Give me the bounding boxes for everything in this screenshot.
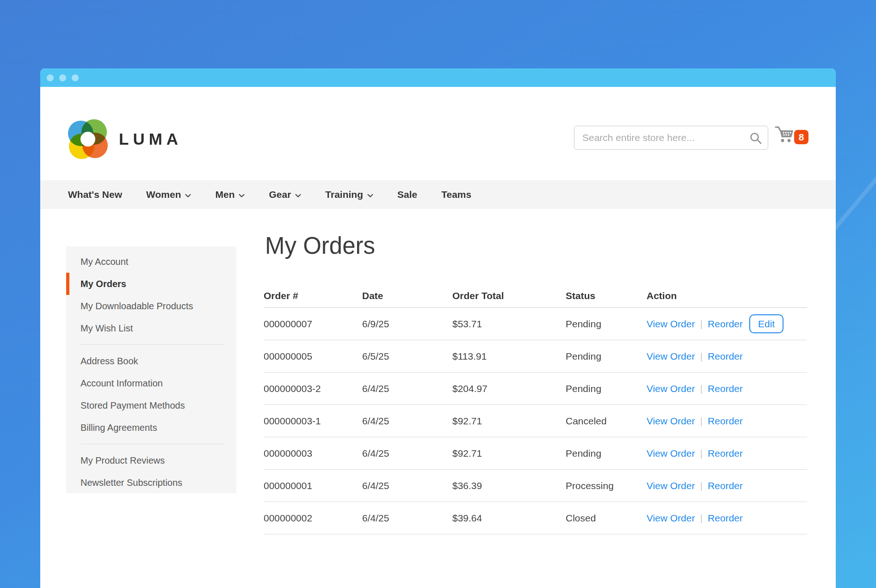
table-row: 0000000026/4/25$39.64ClosedView Order|Re…	[264, 502, 807, 534]
view-order-link[interactable]: View Order	[647, 448, 695, 459]
action-separator: |	[700, 383, 703, 394]
cell-date: 6/4/25	[362, 416, 452, 427]
nav-item-what-s-new[interactable]: What's New	[68, 189, 122, 200]
view-order-link[interactable]: View Order	[647, 416, 695, 427]
cell-date: 6/5/25	[362, 351, 452, 362]
nav-item-sale[interactable]: Sale	[397, 189, 417, 200]
chevron-down-icon	[295, 189, 301, 200]
action-separator: |	[700, 448, 703, 459]
table-row: 0000000016/4/25$36.39ProcessingView Orde…	[264, 470, 807, 502]
orders-table-head: Order #DateOrder TotalStatusAction	[264, 284, 807, 308]
view-order-link[interactable]: View Order	[647, 513, 695, 524]
action-separator: |	[700, 416, 703, 427]
luma-logo[interactable]: LUMA	[68, 119, 182, 159]
cell-status: Closed	[566, 513, 647, 524]
cell-order: 000000003-1	[264, 416, 362, 427]
table-row: 0000000036/4/25$92.71PendingView Order|R…	[264, 437, 807, 470]
view-order-link[interactable]: View Order	[647, 480, 695, 491]
reorder-link[interactable]: Reorder	[708, 318, 743, 330]
action-separator: |	[700, 318, 703, 330]
cell-date: 6/4/25	[362, 448, 452, 459]
nav-item-teams[interactable]: Teams	[441, 189, 471, 200]
sidebar-divider	[80, 444, 225, 444]
sidebar-item-my-product-reviews[interactable]: My Product Reviews	[66, 449, 236, 472]
cell-total: $53.71	[452, 318, 566, 330]
cell-order: 000000007	[264, 318, 362, 330]
window-control-dot[interactable]	[72, 74, 79, 81]
column-header-order-total: Order Total	[452, 290, 566, 301]
desktop-background: LUMA	[0, 0, 876, 588]
cell-order: 000000001	[264, 480, 362, 491]
cell-total: $39.64	[452, 513, 566, 524]
view-order-link[interactable]: View Order	[647, 318, 695, 330]
cell-total: $36.39	[452, 480, 566, 491]
sidebar-item-newsletter-subscriptions[interactable]: Newsletter Subscriptions	[66, 472, 236, 494]
search-icon[interactable]	[749, 132, 762, 147]
sidebar-item-my-orders[interactable]: My Orders	[66, 273, 236, 295]
nav-item-gear[interactable]: Gear	[269, 189, 301, 200]
cell-date: 6/9/25	[362, 318, 452, 330]
reorder-link[interactable]: Reorder	[708, 480, 743, 491]
sidebar-item-billing-agreements[interactable]: Billing Agreements	[66, 416, 236, 439]
orders-table: Order #DateOrder TotalStatusAction 00000…	[264, 284, 807, 534]
view-order-link[interactable]: View Order	[647, 351, 695, 362]
chevron-down-icon	[239, 189, 245, 200]
cell-total: $113.91	[452, 351, 566, 362]
window-control-dot[interactable]	[47, 74, 54, 81]
window-control-dot[interactable]	[59, 74, 66, 81]
search-input[interactable]	[574, 126, 768, 149]
cell-actions: View Order|Reorder	[647, 416, 807, 427]
main-nav: What's New Women Men Gear Training	[40, 180, 836, 209]
nav-item-women[interactable]: Women	[146, 189, 191, 200]
page-content: My AccountMy OrdersMy Downloadable Produ…	[40, 209, 836, 588]
reorder-link[interactable]: Reorder	[708, 383, 743, 394]
nav-item-label: Sale	[397, 189, 417, 200]
cell-order: 000000002	[264, 513, 362, 524]
sidebar-item-address-book[interactable]: Address Book	[66, 350, 236, 372]
cell-date: 6/4/25	[362, 513, 452, 524]
cell-status: Pending	[566, 383, 647, 394]
nav-item-label: Gear	[269, 189, 291, 200]
luma-logo-text: LUMA	[119, 130, 182, 148]
nav-item-men[interactable]: Men	[215, 189, 245, 200]
cell-status: Pending	[566, 351, 647, 362]
luma-logo-icon	[68, 119, 108, 159]
sidebar-item-my-account[interactable]: My Account	[66, 251, 236, 273]
cell-status: Canceled	[566, 416, 647, 427]
sidebar-item-my-wish-list[interactable]: My Wish List	[66, 317, 236, 339]
cell-total: $92.71	[452, 416, 566, 427]
cell-status: Processing	[566, 480, 647, 491]
reorder-link[interactable]: Reorder	[708, 448, 743, 459]
cell-status: Pending	[566, 448, 647, 459]
nav-item-label: What's New	[68, 189, 122, 200]
column-header-action: Action	[647, 290, 807, 301]
column-header-order: Order #	[264, 290, 362, 301]
edit-button[interactable]: Edit	[749, 314, 783, 333]
search-box	[574, 126, 768, 150]
sidebar-item-stored-payment-methods[interactable]: Stored Payment Methods	[66, 394, 236, 416]
cell-total: $204.97	[452, 383, 566, 394]
cart-icon	[773, 125, 796, 146]
nav-item-training[interactable]: Training	[325, 189, 373, 200]
reorder-link[interactable]: Reorder	[708, 351, 743, 362]
reorder-link[interactable]: Reorder	[708, 513, 743, 524]
view-order-link[interactable]: View Order	[647, 383, 695, 394]
sidebar-item-account-information[interactable]: Account Information	[66, 372, 236, 394]
cell-actions: View Order|Reorder	[647, 351, 807, 362]
nav-item-label: Women	[146, 189, 181, 200]
action-separator: |	[700, 351, 703, 362]
account-sidebar: My AccountMy OrdersMy Downloadable Produ…	[66, 246, 236, 493]
chevron-down-icon	[185, 189, 191, 200]
table-row: 000000003-16/4/25$92.71CanceledView Orde…	[264, 405, 807, 437]
cell-actions: View Order|Reorder	[647, 480, 807, 491]
minicart-button[interactable]: 8	[777, 124, 828, 150]
cell-actions: View Order|Reorder	[647, 383, 807, 394]
nav-item-label: Men	[215, 189, 234, 200]
nav-item-label: Teams	[441, 189, 471, 200]
reorder-link[interactable]: Reorder	[708, 416, 743, 427]
page-title: My Orders	[265, 232, 375, 259]
chevron-down-icon	[367, 189, 373, 200]
cell-date: 6/4/25	[362, 480, 452, 491]
window-titlebar	[40, 68, 836, 87]
sidebar-item-my-downloadable-products[interactable]: My Downloadable Products	[66, 295, 236, 317]
